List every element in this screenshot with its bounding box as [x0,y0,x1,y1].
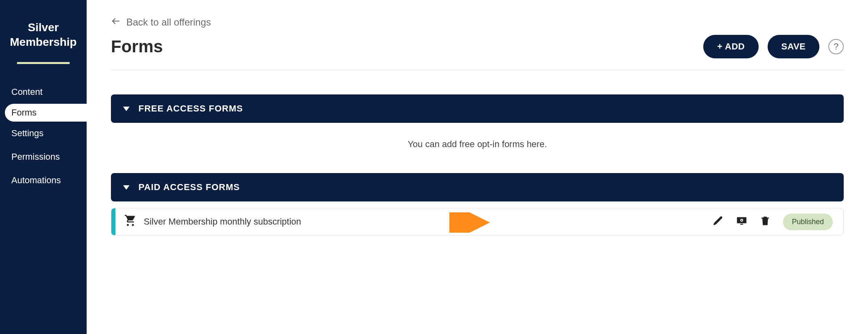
section-paid-title: PAID ACCESS FORMS [138,182,240,193]
sidebar-item-content[interactable]: Content [0,80,87,104]
section-free-access[interactable]: FREE ACCESS FORMS [111,94,844,123]
sidebar-item-forms[interactable]: Forms [5,104,87,122]
arrow-left-icon [111,16,121,28]
sidebar-item-label: Automations [11,175,61,185]
sidebar-item-automations[interactable]: Automations [0,169,87,192]
sidebar-underline [17,62,70,64]
sidebar-title: Silver Membership [0,20,87,58]
cart-icon [124,215,136,229]
svg-point-4 [741,220,742,221]
row-accent [111,208,115,235]
status-badge: Published [783,214,833,230]
save-button[interactable]: SAVE [768,35,819,58]
add-button[interactable]: + ADD [703,35,758,58]
free-empty-state: You can add free opt-in forms here. [111,123,844,173]
sidebar-title-line2: Membership [10,36,77,48]
sidebar: Silver Membership Content Forms Settings… [0,0,87,334]
page-title: Forms [111,37,163,56]
main: Back to all offerings Forms + ADD SAVE ?… [87,0,868,334]
header-row: Forms + ADD SAVE ? [111,35,844,70]
section-paid-access[interactable]: PAID ACCESS FORMS [111,173,844,201]
sidebar-item-settings[interactable]: Settings [0,122,87,145]
form-row[interactable]: Silver Membership monthly subscription P… [111,208,844,236]
back-link[interactable]: Back to all offerings [111,16,844,28]
header-actions: + ADD SAVE ? [703,35,844,58]
sidebar-item-label: Content [11,87,43,97]
form-row-label: Silver Membership monthly subscription [144,216,713,227]
section-free-title: FREE ACCESS FORMS [138,103,243,114]
sidebar-nav: Content Forms Settings Permissions Autom… [0,80,87,192]
preview-icon[interactable] [736,215,747,228]
help-button[interactable]: ? [828,39,844,54]
sidebar-item-label: Permissions [11,152,60,162]
sidebar-item-label: Settings [11,128,44,138]
row-actions [713,215,771,228]
edit-icon[interactable] [713,215,724,228]
sidebar-item-label: Forms [11,107,36,118]
sidebar-item-permissions[interactable]: Permissions [0,145,87,169]
back-link-label: Back to all offerings [126,17,211,28]
caret-down-icon [123,185,130,190]
sidebar-title-line1: Silver [28,21,59,34]
caret-down-icon [123,107,130,111]
trash-icon[interactable] [760,215,771,228]
svg-rect-2 [740,224,743,225]
